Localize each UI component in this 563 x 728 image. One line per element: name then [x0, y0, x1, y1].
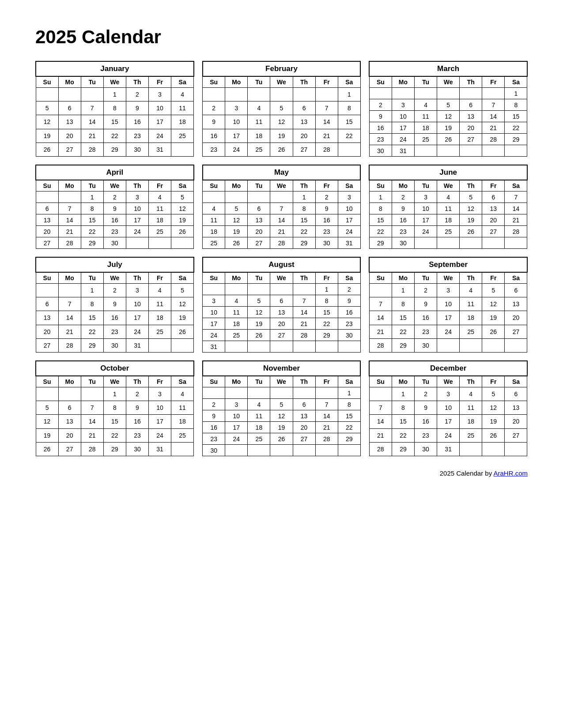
- calendar-day: 10: [148, 101, 171, 115]
- table-row: 23242526272829: [203, 433, 361, 445]
- table-row: 123456: [369, 387, 527, 401]
- table-row: 12: [203, 284, 361, 295]
- day-header-sa: Sa: [338, 180, 360, 191]
- calendar-day: 17: [225, 422, 248, 433]
- footer-link[interactable]: AraHR.com: [493, 469, 528, 477]
- day-header-mo: Mo: [392, 180, 414, 191]
- table-row: 11121314151617: [203, 214, 361, 226]
- calendar-day: 17: [148, 115, 171, 129]
- calendar-day: [203, 284, 225, 295]
- calendar-day: [225, 191, 248, 203]
- calendar-day: [437, 338, 460, 352]
- day-header-tu: Tu: [415, 76, 437, 88]
- day-header-mo: Mo: [225, 180, 248, 191]
- calendar-day: [369, 88, 392, 99]
- calendar-day: 6: [505, 284, 527, 297]
- calendar-day: 30: [338, 330, 360, 341]
- month-name-april: April: [36, 165, 194, 180]
- calendar-day: 23: [315, 226, 338, 237]
- calendar-day: 15: [81, 214, 103, 226]
- calendar-day: 19: [460, 214, 482, 226]
- calendar-day: 6: [505, 387, 527, 401]
- day-header-th: Th: [293, 272, 315, 284]
- day-header-su: Su: [203, 180, 225, 191]
- calendar-day: 20: [58, 428, 81, 442]
- calendar-day: 22: [315, 318, 338, 330]
- calendar-day: 13: [36, 311, 58, 325]
- calendar-day: 14: [81, 415, 103, 428]
- calendar-day: 1: [369, 191, 392, 203]
- calendar-day: 4: [171, 88, 194, 101]
- calendar-day: 21: [58, 226, 81, 237]
- calendar-day: [315, 387, 338, 399]
- calendar-day: 17: [203, 318, 225, 330]
- calendar-day: [203, 191, 225, 203]
- calendar-day: 17: [415, 214, 437, 226]
- table-row: 2345678: [369, 99, 527, 111]
- day-header-fr: Fr: [148, 376, 171, 387]
- calendar-day: 6: [248, 203, 270, 214]
- calendar-grid: JanuarySuMoTuWeThFrSa1234567891011121314…: [35, 61, 528, 456]
- table-row: 10111213141516: [203, 307, 361, 318]
- calendar-day: 16: [103, 214, 126, 226]
- calendar-day: 25: [148, 226, 171, 237]
- calendar-day: [270, 445, 293, 456]
- day-header-we: We: [270, 180, 293, 191]
- day-header-tu: Tu: [81, 180, 103, 191]
- calendar-day: 6: [58, 401, 81, 415]
- calendar-day: [225, 284, 248, 295]
- calendar-day: 26: [482, 428, 505, 442]
- calendar-day: 14: [81, 115, 103, 129]
- calendar-day: 2: [203, 101, 225, 115]
- calendar-day: 5: [270, 101, 293, 115]
- calendar-day: [126, 237, 148, 249]
- calendar-day: 14: [58, 311, 81, 325]
- calendar-day: 25: [248, 433, 270, 445]
- table-row: 567891011: [36, 101, 194, 115]
- day-header-sa: Sa: [505, 76, 527, 88]
- calendar-day: 15: [369, 214, 392, 226]
- calendar-day: 3: [126, 191, 148, 203]
- calendar-day: 1: [315, 284, 338, 295]
- calendar-day: 9: [203, 410, 225, 422]
- calendar-day: 19: [482, 311, 505, 325]
- calendar-day: 10: [126, 203, 148, 214]
- calendar-day: 9: [315, 203, 338, 214]
- calendar-day: 3: [203, 295, 225, 307]
- calendar-day: 15: [293, 214, 315, 226]
- calendar-day: 3: [338, 191, 360, 203]
- calendar-day: 31: [203, 341, 225, 353]
- calendar-day: 22: [103, 428, 126, 442]
- calendar-day: 10: [415, 203, 437, 214]
- calendar-day: 24: [203, 330, 225, 341]
- calendar-day: [460, 442, 482, 456]
- calendar-day: 4: [225, 295, 248, 307]
- calendar-day: [148, 338, 171, 352]
- calendar-day: 30: [103, 237, 126, 249]
- calendar-day: 13: [505, 297, 527, 311]
- calendar-day: 21: [81, 129, 103, 143]
- calendar-day: 23: [103, 226, 126, 237]
- calendar-day: 16: [338, 307, 360, 318]
- calendar-day: 23: [338, 318, 360, 330]
- calendar-day: 18: [437, 214, 460, 226]
- calendar-day: 18: [460, 311, 482, 325]
- calendar-day: [460, 145, 482, 157]
- calendar-day: 21: [505, 214, 527, 226]
- calendar-day: 16: [392, 214, 414, 226]
- calendar-day: [505, 145, 527, 157]
- calendar-day: 13: [293, 410, 315, 422]
- table-row: 16171819202122: [203, 422, 361, 433]
- calendar-day: 18: [148, 214, 171, 226]
- calendar-day: 24: [126, 325, 148, 338]
- calendar-day: 3: [437, 284, 460, 297]
- calendar-day: 9: [392, 203, 414, 214]
- day-header-sa: Sa: [171, 180, 194, 191]
- calendar-day: 19: [437, 122, 460, 134]
- calendar-day: 7: [58, 297, 81, 311]
- calendar-day: 23: [369, 134, 392, 145]
- calendar-day: 3: [148, 387, 171, 401]
- calendar-day: 18: [171, 115, 194, 129]
- calendar-day: 31: [148, 143, 171, 156]
- calendar-day: [248, 284, 270, 295]
